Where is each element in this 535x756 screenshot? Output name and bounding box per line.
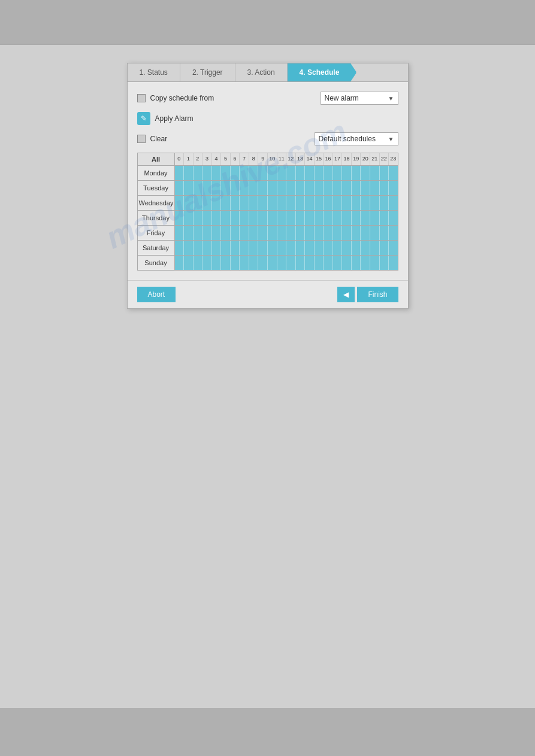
cell-monday-1[interactable] <box>184 166 194 180</box>
cell-thursday-7[interactable] <box>240 211 249 225</box>
cell-monday-11[interactable] <box>277 166 287 180</box>
cell-saturday-1[interactable] <box>184 241 194 255</box>
cell-saturday-22[interactable] <box>380 241 389 255</box>
cell-wednesday-0[interactable] <box>175 196 185 210</box>
cell-tuesday-19[interactable] <box>352 181 361 195</box>
cell-wednesday-18[interactable] <box>342 196 352 210</box>
cell-saturday-21[interactable] <box>370 241 380 255</box>
cell-sunday-21[interactable] <box>370 256 380 270</box>
cell-sunday-5[interactable] <box>221 256 231 270</box>
cell-tuesday-21[interactable] <box>370 181 380 195</box>
cell-sunday-14[interactable] <box>305 256 315 270</box>
cell-tuesday-6[interactable] <box>231 181 240 195</box>
cell-monday-8[interactable] <box>249 166 259 180</box>
cell-saturday-23[interactable] <box>389 241 398 255</box>
cell-wednesday-17[interactable] <box>333 196 343 210</box>
cell-tuesday-18[interactable] <box>342 181 352 195</box>
cell-wednesday-6[interactable] <box>231 196 240 210</box>
tab-status[interactable]: 1. Status <box>128 63 180 81</box>
cell-tuesday-10[interactable] <box>268 181 277 195</box>
cell-wednesday-9[interactable] <box>258 196 268 210</box>
cell-wednesday-1[interactable] <box>184 196 194 210</box>
cell-thursday-13[interactable] <box>296 211 306 225</box>
cell-sunday-12[interactable] <box>286 256 296 270</box>
cell-saturday-10[interactable] <box>268 241 277 255</box>
cell-tuesday-12[interactable] <box>286 181 296 195</box>
default-schedules-dropdown[interactable]: Default schedules ▼ <box>315 132 398 145</box>
cell-monday-7[interactable] <box>240 166 249 180</box>
cell-sunday-4[interactable] <box>212 256 222 270</box>
cell-saturday-19[interactable] <box>352 241 361 255</box>
cell-thursday-12[interactable] <box>286 211 296 225</box>
cell-tuesday-4[interactable] <box>212 181 222 195</box>
cell-friday-5[interactable] <box>221 226 231 240</box>
cell-thursday-0[interactable] <box>175 211 185 225</box>
tab-schedule[interactable]: 4. Schedule <box>288 63 357 81</box>
prev-button[interactable]: ◀ <box>337 287 355 302</box>
cell-tuesday-5[interactable] <box>221 181 231 195</box>
cell-friday-14[interactable] <box>305 226 315 240</box>
cell-friday-17[interactable] <box>333 226 343 240</box>
cell-monday-17[interactable] <box>333 166 343 180</box>
cell-sunday-0[interactable] <box>175 256 185 270</box>
cell-wednesday-2[interactable] <box>194 196 203 210</box>
cell-wednesday-19[interactable] <box>352 196 361 210</box>
cell-sunday-6[interactable] <box>231 256 240 270</box>
cell-thursday-6[interactable] <box>231 211 240 225</box>
cell-wednesday-22[interactable] <box>380 196 389 210</box>
cell-saturday-18[interactable] <box>342 241 352 255</box>
cell-wednesday-7[interactable] <box>240 196 249 210</box>
cell-saturday-14[interactable] <box>305 241 315 255</box>
cell-wednesday-23[interactable] <box>389 196 398 210</box>
cell-tuesday-3[interactable] <box>202 181 212 195</box>
copy-schedule-dropdown[interactable]: New alarm ▼ <box>321 92 398 105</box>
cell-saturday-6[interactable] <box>231 241 240 255</box>
cell-monday-3[interactable] <box>202 166 212 180</box>
cell-monday-16[interactable] <box>324 166 333 180</box>
cell-thursday-10[interactable] <box>268 211 277 225</box>
cell-monday-19[interactable] <box>352 166 361 180</box>
cell-thursday-19[interactable] <box>352 211 361 225</box>
cell-friday-1[interactable] <box>184 226 194 240</box>
cell-monday-2[interactable] <box>194 166 203 180</box>
cell-saturday-9[interactable] <box>258 241 268 255</box>
cell-tuesday-22[interactable] <box>380 181 389 195</box>
clear-checkbox[interactable] <box>137 135 146 143</box>
cell-thursday-1[interactable] <box>184 211 194 225</box>
cell-saturday-4[interactable] <box>212 241 222 255</box>
day-cells-tuesday[interactable] <box>175 181 398 195</box>
cell-sunday-17[interactable] <box>333 256 343 270</box>
cell-thursday-14[interactable] <box>305 211 315 225</box>
cell-tuesday-1[interactable] <box>184 181 194 195</box>
cell-saturday-8[interactable] <box>249 241 259 255</box>
cell-monday-5[interactable] <box>221 166 231 180</box>
cell-monday-0[interactable] <box>175 166 185 180</box>
cell-monday-9[interactable] <box>258 166 268 180</box>
cell-thursday-5[interactable] <box>221 211 231 225</box>
cell-saturday-17[interactable] <box>333 241 343 255</box>
cell-monday-14[interactable] <box>305 166 315 180</box>
cell-sunday-1[interactable] <box>184 256 194 270</box>
day-cells-sunday[interactable] <box>175 256 398 270</box>
cell-friday-2[interactable] <box>194 226 203 240</box>
cell-tuesday-16[interactable] <box>324 181 333 195</box>
cell-monday-6[interactable] <box>231 166 240 180</box>
cell-sunday-10[interactable] <box>268 256 277 270</box>
cell-saturday-15[interactable] <box>315 241 324 255</box>
cell-tuesday-11[interactable] <box>277 181 287 195</box>
cell-friday-8[interactable] <box>249 226 259 240</box>
cell-thursday-11[interactable] <box>277 211 287 225</box>
cell-tuesday-13[interactable] <box>296 181 306 195</box>
day-cells-friday[interactable] <box>175 226 398 240</box>
cell-wednesday-11[interactable] <box>277 196 287 210</box>
cell-wednesday-8[interactable] <box>249 196 259 210</box>
cell-monday-21[interactable] <box>370 166 380 180</box>
cell-friday-12[interactable] <box>286 226 296 240</box>
cell-monday-23[interactable] <box>389 166 398 180</box>
cell-tuesday-17[interactable] <box>333 181 343 195</box>
cell-friday-3[interactable] <box>202 226 212 240</box>
cell-saturday-3[interactable] <box>202 241 212 255</box>
cell-tuesday-8[interactable] <box>249 181 259 195</box>
cell-wednesday-12[interactable] <box>286 196 296 210</box>
cell-sunday-9[interactable] <box>258 256 268 270</box>
